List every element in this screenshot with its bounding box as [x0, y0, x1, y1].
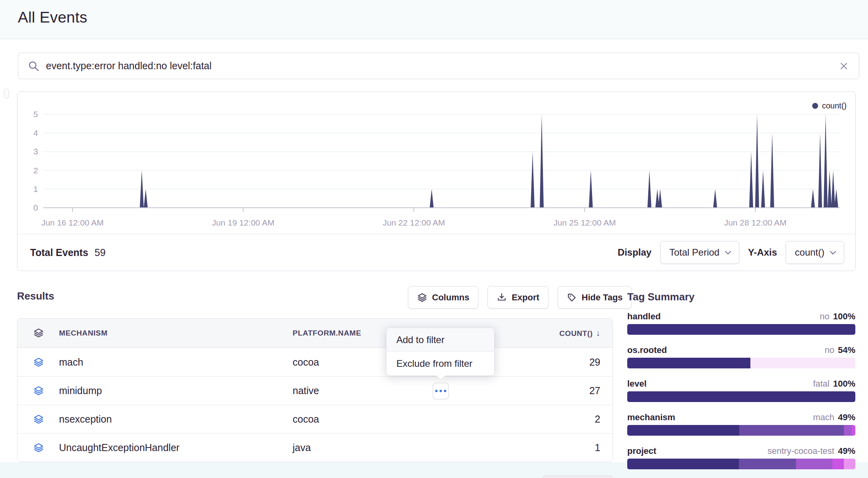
svg-text:0: 0 — [33, 203, 38, 212]
tag-name: os.rooted — [627, 345, 667, 355]
cell-count: 27 — [451, 385, 613, 396]
export-button-label: Export — [512, 292, 539, 303]
svg-text:Jun 16 12:00 AM: Jun 16 12:00 AM — [41, 218, 104, 227]
tag-top-percent: 49% — [838, 412, 855, 423]
panel-drag-handle[interactable] — [4, 89, 9, 99]
results-heading: Results — [17, 290, 54, 302]
stack-icon — [417, 292, 427, 303]
tag-distribution-bar[interactable] — [627, 425, 855, 436]
total-events-value: 59 — [95, 247, 106, 258]
chart-legend[interactable]: count() — [812, 101, 847, 110]
table-row: mach cocoa 29 — [17, 348, 613, 376]
svg-text:Jun 28 12:00 AM: Jun 28 12:00 AM — [724, 218, 787, 227]
legend-series-label: count() — [822, 101, 847, 110]
svg-text:5: 5 — [33, 110, 38, 119]
tag-row-mechanism: mechanism mach 49% — [627, 412, 855, 436]
legend-series-dot-icon — [812, 103, 818, 109]
svg-text:1: 1 — [33, 184, 38, 193]
row-stack-icon[interactable] — [17, 414, 59, 425]
tag-top-value: fatal — [813, 379, 830, 389]
row-stack-icon[interactable] — [17, 442, 59, 453]
search-icon — [28, 60, 40, 72]
cell-platform: java — [293, 442, 451, 453]
chart-footer: Total Events 59 Display Total Period Y-A… — [17, 234, 855, 271]
hide-tags-button-label: Hide Tags — [582, 292, 623, 303]
cell-mechanism: nsexception — [59, 414, 293, 425]
display-dropdown[interactable]: Total Period — [660, 241, 739, 264]
sort-descending-icon: ↓ — [596, 328, 600, 338]
display-label: Display — [618, 247, 651, 258]
page-title: All Events — [18, 9, 87, 26]
chevron-down-icon — [725, 248, 731, 254]
tag-name: project — [627, 446, 656, 456]
column-header-mechanism[interactable]: MECHANISM — [59, 329, 293, 338]
cell-mechanism: UncaughtExceptionHandler — [59, 442, 293, 453]
tag-row-handled: handled no 100% — [627, 311, 855, 335]
tag-top-percent: 49% — [838, 446, 855, 456]
tag-summary-heading: Tag Summary — [627, 291, 855, 303]
yaxis-dropdown-value: count() — [795, 247, 824, 258]
header-stack-icon[interactable] — [17, 328, 59, 338]
tag-top-value: mach — [813, 412, 834, 423]
cell-count: 1 — [451, 442, 613, 453]
row-stack-icon[interactable] — [17, 357, 59, 368]
cell-platform: native — [293, 385, 451, 396]
row-stack-icon[interactable] — [17, 385, 59, 396]
results-table-header: MECHANISM PLATFORM.NAME COUNT()↓ — [17, 319, 613, 348]
menu-item-add-to-filter[interactable]: Add to filter — [386, 328, 494, 352]
svg-text:Jun 22 12:00 AM: Jun 22 12:00 AM — [383, 218, 445, 227]
columns-button-label: Columns — [432, 292, 469, 303]
tag-top-value: no — [820, 311, 829, 322]
results-table: MECHANISM PLATFORM.NAME COUNT()↓ mach co… — [17, 318, 613, 462]
tag-distribution-bar[interactable] — [627, 391, 855, 402]
table-row: UncaughtExceptionHandler java 1 — [17, 433, 613, 462]
events-time-series-chart[interactable]: 012345Jun 16 12:00 AMJun 19 12:00 AMJun … — [17, 92, 855, 230]
table-row: minidump native 27 — [17, 376, 613, 405]
columns-button[interactable]: Columns — [408, 286, 478, 309]
all-events-page: All Events 012345Jun 16 12:00 AMJun 19 1… — [0, 0, 868, 478]
yaxis-label: Y-Axis — [748, 247, 777, 258]
ellipsis-icon — [435, 390, 438, 392]
tag-icon — [567, 292, 577, 303]
tag-distribution-bar[interactable] — [627, 358, 855, 368]
export-button[interactable]: Export — [487, 286, 548, 309]
total-events-label: Total Events — [30, 247, 88, 258]
tag-row-level: level fatal 100% — [627, 379, 855, 402]
tag-name: handled — [627, 311, 661, 322]
total-events: Total Events 59 — [30, 247, 106, 258]
hide-tags-button[interactable]: Hide Tags — [558, 286, 632, 309]
yaxis-dropdown[interactable]: count() — [786, 241, 844, 264]
page-header: All Events — [0, 0, 868, 39]
cell-mechanism: minidump — [59, 385, 293, 396]
tag-top-value: sentry-cocoa-test — [767, 446, 834, 456]
clear-search-icon[interactable] — [838, 61, 849, 72]
results-toolbar: Columns Export Hide Tags — [408, 286, 632, 309]
search-input[interactable] — [46, 60, 838, 72]
chevron-down-icon — [830, 248, 836, 254]
display-dropdown-value: Total Period — [669, 247, 720, 258]
tag-row-project: project sentry-cocoa-test 49% — [627, 446, 855, 469]
tag-top-percent: 100% — [833, 379, 855, 389]
pagination-buttons-partial[interactable] — [542, 476, 613, 478]
tag-top-value: no — [824, 345, 834, 355]
tag-distribution-bar[interactable] — [627, 324, 855, 335]
svg-text:4: 4 — [33, 128, 38, 137]
cell-actions-menu: Add to filter Exclude from filter — [386, 328, 495, 376]
download-icon — [497, 292, 507, 303]
svg-text:Jun 25 12:00 AM: Jun 25 12:00 AM — [554, 218, 616, 227]
cell-count: 2 — [451, 414, 613, 425]
tag-row-os-rooted: os.rooted no 54% — [627, 345, 855, 368]
events-chart-panel: 012345Jun 16 12:00 AMJun 19 12:00 AMJun … — [17, 91, 856, 271]
svg-text:2: 2 — [33, 166, 38, 175]
tag-top-percent: 100% — [833, 311, 855, 322]
tag-distribution-bar[interactable] — [627, 459, 855, 469]
search-bar — [18, 53, 859, 79]
chart-controls: Display Total Period Y-Axis count() — [618, 241, 844, 264]
cell-actions-button[interactable] — [433, 383, 449, 399]
svg-text:3: 3 — [33, 147, 38, 156]
svg-text:Jun 19 12:00 AM: Jun 19 12:00 AM — [212, 218, 274, 227]
tag-name: mechanism — [627, 412, 675, 423]
table-row: nsexception cocoa 2 — [17, 405, 613, 433]
cell-platform: cocoa — [293, 414, 451, 425]
cell-mechanism: mach — [59, 357, 293, 368]
